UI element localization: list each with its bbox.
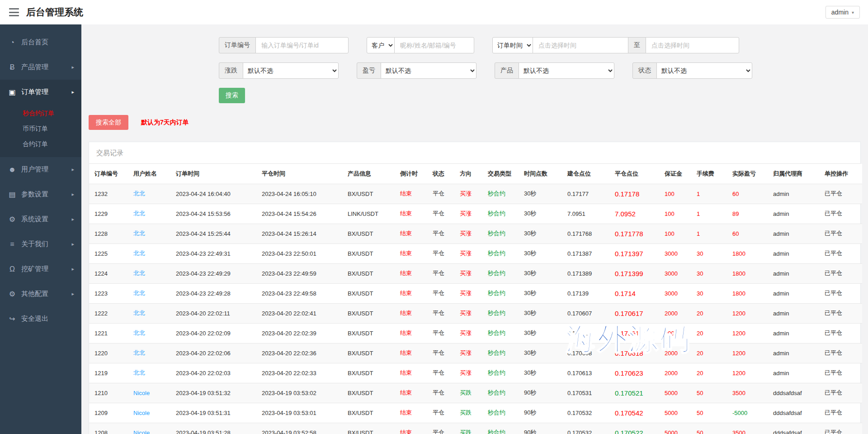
column-header-6: 状态	[427, 164, 454, 184]
cell-direction: 买涨	[454, 184, 482, 204]
sidebar-item-0[interactable]: ◔ 后台首页 ▸	[0, 30, 81, 55]
table-row: 1222 北北 2023-04-20 22:02:11 2023-04-20 2…	[89, 303, 862, 323]
column-header-9: 时间点数	[519, 164, 562, 184]
search-all-button[interactable]: 搜索全部	[89, 115, 128, 130]
cell-margin: 5000	[659, 383, 691, 403]
cell-agent: dddsafdsaf	[768, 383, 819, 403]
cell-order-no: 1221	[89, 323, 128, 343]
cell-open-point: 0.170608	[562, 343, 609, 363]
profit-label: 盈亏	[357, 62, 381, 79]
cell-user-name: Nicole	[128, 423, 170, 434]
cell-product: BX/USDT	[342, 403, 395, 423]
cell-time-points: 30秒	[519, 243, 562, 263]
cell-order-time: 2023-04-20 22:02:06	[170, 343, 256, 363]
customer-type-select[interactable]: 客户	[367, 37, 395, 53]
search-button[interactable]: 搜索	[219, 88, 245, 103]
user-name-link[interactable]: 北北	[133, 190, 145, 197]
cell-status: 平仓	[427, 363, 454, 383]
cell-agent: admin	[768, 283, 819, 303]
cell-close-time: 2023-04-20 22:02:39	[256, 323, 342, 343]
user-name-link[interactable]: 北北	[133, 369, 145, 376]
sidebar-item-8[interactable]: ⚙ 其他配置 ▸	[0, 281, 81, 306]
cell-agent: admin	[768, 184, 819, 204]
user-name-link[interactable]: Nicole	[133, 390, 150, 396]
time-type-select[interactable]: 订单时间	[492, 37, 533, 53]
cell-order-no: 1223	[89, 283, 128, 303]
sidebar-subitem[interactable]: 币币订单	[0, 121, 81, 136]
cell-close-time: 2023-04-20 22:02:36	[256, 343, 342, 363]
updown-select[interactable]: 默认不选	[243, 62, 339, 79]
cell-close-time: 2023-04-20 22:02:41	[256, 303, 342, 323]
sidebar-item-2[interactable]: ▣ 订单管理 ▸	[0, 80, 81, 105]
chevron-right-icon: ▸	[71, 191, 74, 197]
cell-close-point: 0.170542	[609, 403, 659, 423]
cell-action: 已平仓	[819, 423, 862, 434]
main-content: 订单编号 客户 订单时间 至 涨跌 默认	[81, 24, 868, 434]
sidebar-item-label: 安全退出	[21, 315, 48, 323]
sidebar-item-9[interactable]: ↪ 安全退出 ▸	[0, 306, 81, 331]
card-title: 交易记录	[89, 142, 860, 164]
table-row: 1225 北北 2023-04-23 22:49:31 2023-04-23 2…	[89, 243, 862, 263]
user-name-link[interactable]: 北北	[133, 310, 145, 316]
table-row: 1228 北北 2023-04-24 15:25:44 2023-04-24 1…	[89, 224, 862, 243]
column-header-5: 倒计时	[395, 164, 427, 184]
cell-order-time: 2023-04-24 15:53:56	[170, 204, 256, 224]
user-name-link[interactable]: 北北	[133, 210, 145, 217]
profit-select[interactable]: 默认不选	[381, 62, 476, 79]
user-name-link[interactable]: 北北	[133, 349, 145, 356]
cell-status: 平仓	[427, 243, 454, 263]
time-from-input[interactable]	[533, 37, 628, 53]
sidebar-item-1[interactable]: Ƀ 产品管理 ▸	[0, 55, 81, 80]
cell-fee: 1	[691, 224, 727, 243]
cell-trade-type: 秒合约	[482, 423, 519, 434]
to-label: 至	[628, 37, 646, 53]
logout-icon: ↪	[7, 315, 17, 323]
cell-profit: 1200	[727, 303, 768, 323]
time-to-input[interactable]	[646, 37, 739, 53]
user-name-link[interactable]: 北北	[133, 270, 145, 277]
sidebar-item-3[interactable]: ☻ 用户管理 ▸	[0, 157, 81, 182]
cell-action: 已平仓	[819, 323, 862, 343]
cell-profit: 1800	[727, 263, 768, 283]
order-no-input[interactable]	[255, 37, 349, 53]
sidebar-subitem[interactable]: 合约订单	[0, 136, 81, 152]
sidebar-item-5[interactable]: ⚙ 系统设置 ▸	[0, 207, 81, 232]
cell-order-time: 2023-04-20 22:02:09	[170, 323, 256, 343]
user-name-link[interactable]: 北北	[133, 329, 145, 336]
user-name-link[interactable]: 北北	[133, 290, 145, 296]
cell-time-points: 30秒	[519, 204, 562, 224]
cell-user-name: 北北	[128, 263, 170, 283]
product-select[interactable]: 默认不选	[519, 62, 614, 79]
user-name-link[interactable]: 北北	[133, 250, 145, 257]
status-select[interactable]: 默认不选	[656, 62, 752, 79]
sidebar-item-7[interactable]: Ω 挖矿管理 ▸	[0, 257, 81, 281]
status-filter: 状态 默认不选	[632, 62, 752, 79]
user-menu-button[interactable]: admin ▾	[826, 6, 860, 19]
customer-input[interactable]	[394, 37, 474, 53]
cell-direction: 买涨	[454, 263, 482, 283]
sidebar-item-6[interactable]: ≡ 关于我们 ▸	[0, 232, 81, 257]
table-row: 1219 北北 2023-04-20 22:02:03 2023-04-20 2…	[89, 363, 862, 383]
cell-countdown: 结束	[395, 303, 427, 323]
user-name-link[interactable]: Nicole	[133, 410, 150, 416]
sidebar-item-4[interactable]: ▤ 参数设置 ▸	[0, 182, 81, 207]
user-name-link[interactable]: Nicole	[133, 429, 150, 434]
filter-panel: 订单编号 客户 订单时间 至 涨跌 默认	[219, 37, 861, 103]
product-filter: 产品 默认不选	[495, 62, 614, 79]
cell-status: 平仓	[427, 323, 454, 343]
profit-filter: 盈亏 默认不选	[357, 62, 476, 79]
cell-action: 已平仓	[819, 303, 862, 323]
table-header-row: 订单编号用户姓名订单时间平仓时间产品信息倒计时状态方向交易类型时间点数建仓点位平…	[89, 164, 862, 184]
sidebar-subitem[interactable]: 秒合约订单	[0, 105, 81, 121]
column-header-4: 产品信息	[342, 164, 395, 184]
user-name-link[interactable]: 北北	[133, 230, 145, 237]
cell-close-point: 0.170618	[609, 343, 659, 363]
cell-margin: 100	[659, 224, 691, 243]
cell-action: 已平仓	[819, 363, 862, 383]
cell-action: 已平仓	[819, 243, 862, 263]
cell-profit: 1200	[727, 363, 768, 383]
cell-direction: 买涨	[454, 323, 482, 343]
user-name: admin	[831, 9, 849, 16]
cell-countdown: 结束	[395, 343, 427, 363]
sidebar-toggle-button[interactable]	[8, 8, 20, 17]
